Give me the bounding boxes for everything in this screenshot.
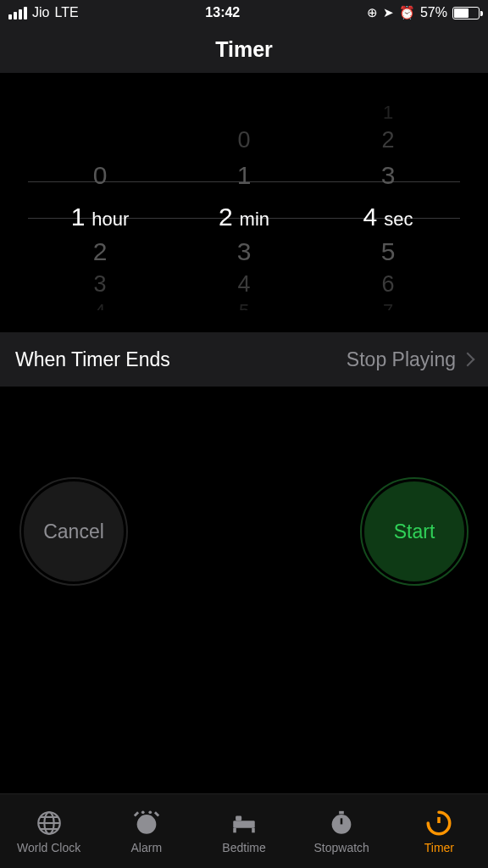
hours-unit: hour	[92, 201, 129, 238]
signal-icon	[8, 7, 27, 19]
timer-icon	[424, 809, 453, 837]
start-button[interactable]: Start	[364, 481, 464, 581]
location-icon: ➤	[383, 5, 394, 20]
battery-icon	[452, 7, 480, 19]
alarm-icon	[132, 809, 161, 837]
tab-stopwatch[interactable]: Stopwatch	[293, 794, 391, 868]
status-bar: Jio LTE 13:42 ⊕ ➤ ⏰ 57%	[0, 0, 488, 25]
hours-wheel[interactable]: 0 1hour 2 3 4	[28, 90, 172, 310]
svg-rect-9	[236, 815, 241, 821]
hours-value: 1	[71, 198, 86, 236]
cancel-button[interactable]: Cancel	[24, 481, 124, 581]
carrier-label: Jio	[32, 5, 49, 20]
when-timer-ends-label: When Timer Ends	[15, 348, 170, 371]
svg-rect-8	[233, 821, 255, 828]
tab-world-clock[interactable]: World Clock	[0, 794, 97, 868]
status-time: 13:42	[205, 5, 240, 20]
svg-point-7	[148, 810, 152, 814]
chevron-right-icon	[461, 353, 475, 367]
alarm-icon: ⏰	[399, 5, 415, 20]
minutes-value: 2	[219, 198, 233, 236]
tab-timer[interactable]: Timer	[391, 794, 488, 868]
lock-icon: ⊕	[367, 5, 378, 20]
seconds-unit: sec	[384, 201, 413, 238]
tab-alarm[interactable]: Alarm	[97, 794, 195, 868]
seconds-value: 4	[363, 198, 378, 236]
svg-rect-11	[252, 827, 255, 832]
tab-bedtime[interactable]: Bedtime	[195, 794, 292, 868]
time-picker[interactable]: 0 1hour 2 3 4 0 1 2min 3 4 5 1 2 3 4sec …	[0, 73, 488, 327]
network-label: LTE	[54, 5, 78, 20]
battery-pct: 57%	[420, 5, 447, 20]
tab-bar: World Clock Alarm Bedtime Stopwatch Time…	[0, 793, 488, 868]
svg-point-6	[141, 810, 145, 814]
svg-point-5	[136, 815, 156, 834]
when-timer-ends-value: Stop Playing	[347, 348, 456, 371]
minutes-unit: min	[240, 201, 269, 238]
when-timer-ends-row[interactable]: When Timer Ends Stop Playing	[0, 332, 488, 387]
minutes-wheel[interactable]: 0 1 2min 3 4 5	[172, 90, 316, 310]
bed-icon	[230, 809, 258, 837]
page-title: Timer	[0, 25, 488, 73]
seconds-wheel[interactable]: 1 2 3 4sec 5 6 7	[316, 90, 460, 310]
svg-rect-10	[233, 827, 236, 832]
globe-icon	[35, 809, 64, 837]
stopwatch-icon	[327, 809, 356, 837]
svg-rect-13	[339, 810, 344, 814]
